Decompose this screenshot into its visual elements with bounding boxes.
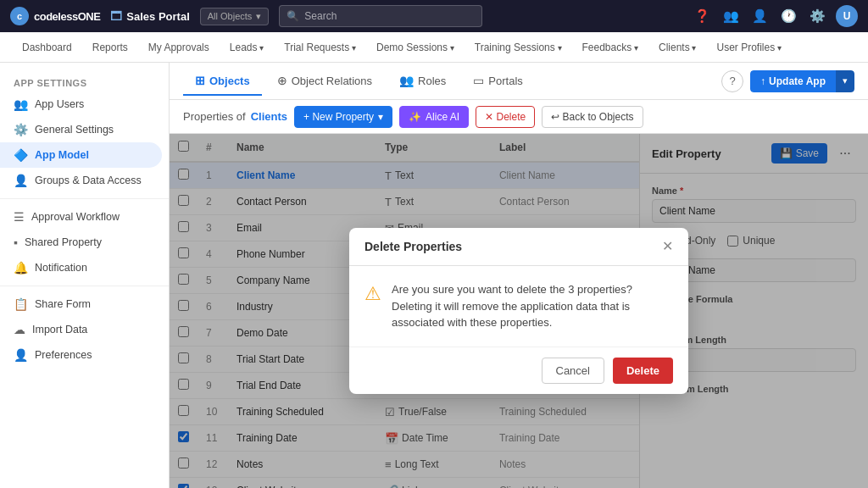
search-placeholder: Search	[304, 10, 337, 22]
sidebar-divider	[0, 198, 169, 199]
sidebar-item-preferences[interactable]: 👤 Preferences	[0, 342, 169, 368]
modal-cancel-button[interactable]: Cancel	[542, 358, 604, 384]
sidebar-item-import-data[interactable]: ☁ Import Data	[0, 317, 169, 342]
sidebar-item-app-model[interactable]: 🔷 App Model	[0, 142, 162, 168]
delete-button[interactable]: ✕ Delete	[476, 106, 535, 128]
sidebar-item-notification[interactable]: 🔔 Notification	[0, 255, 169, 280]
portal-badge[interactable]: 🗔 Sales Portal	[110, 9, 189, 23]
relations-tab-icon: ⊕	[277, 74, 287, 87]
modal-close-button[interactable]: ✕	[662, 240, 673, 253]
subnav-user-profiles[interactable]: User Profiles	[708, 36, 789, 58]
sidebar-item-groups-data[interactable]: 👤 Groups & Data Access	[0, 168, 169, 193]
new-property-button[interactable]: + New Property ▾	[294, 106, 392, 128]
subnav-approvals[interactable]: My Approvals	[140, 36, 218, 58]
sidebar-item-app-users[interactable]: 👥 App Users	[0, 92, 169, 117]
shared-property-icon: ▪	[14, 236, 18, 249]
main-layout: App Settings 👥 App Users ⚙️ General Sett…	[0, 63, 868, 488]
update-app-button[interactable]: ↑ Update App	[750, 70, 836, 92]
content-area: ⊞ Objects ⊕ Object Relations 👥 Roles ▭ P…	[170, 63, 868, 488]
general-settings-icon: ⚙️	[14, 123, 28, 136]
sidebar-item-approval-workflow[interactable]: ☰ Approval Workflow	[0, 204, 169, 230]
subnav-demo-sessions[interactable]: Demo Sessions	[368, 36, 463, 58]
content-body: # Name Type Label 1 Client Name T Text C…	[170, 134, 868, 488]
modal-overlay[interactable]: Delete Properties ✕ ⚠ Are you sure you w…	[170, 134, 868, 488]
back-to-objects-button[interactable]: ↩ Back to Objects	[542, 106, 643, 128]
top-navigation: c codelessONE 🗔 Sales Portal All Objects…	[0, 0, 868, 32]
subnav-leads[interactable]: Leads	[221, 36, 272, 58]
groups-icon: 👤	[14, 174, 28, 187]
sidebar-item-share-form[interactable]: 📋 Share Form	[0, 291, 169, 317]
share-form-icon: 📋	[14, 297, 28, 311]
history-icon[interactable]: 🕐	[778, 6, 798, 26]
approval-icon: ☰	[14, 210, 25, 224]
properties-of-label: Properties of Clients	[183, 110, 287, 123]
modal-body: ⚠ Are you sure you want to delete the 3 …	[349, 266, 688, 347]
objects-tab-icon: ⊞	[195, 74, 205, 87]
sidebar-divider-2	[0, 286, 169, 286]
tab-objects[interactable]: ⊞ Objects	[183, 67, 262, 96]
modal-footer: Cancel Delete	[349, 347, 688, 394]
sidebar-item-shared-property[interactable]: ▪ Shared Property	[0, 230, 169, 255]
portal-icon: 🗔	[110, 9, 122, 23]
settings-icon[interactable]: ⚙️	[807, 6, 827, 26]
roles-tab-icon: 👥	[399, 74, 414, 87]
object-toolbar: Properties of Clients + New Property ▾ ✨…	[170, 100, 868, 134]
logo-text: codelessONE	[34, 10, 100, 23]
preferences-icon: 👤	[14, 348, 28, 362]
subnav-clients[interactable]: Clients	[650, 36, 704, 58]
subnav-dashboard[interactable]: Dashboard	[14, 36, 81, 58]
import-icon: ☁	[14, 323, 25, 336]
sidebar-item-general-settings[interactable]: ⚙️ General Settings	[0, 117, 169, 142]
search-bar[interactable]: 🔍 Search	[279, 5, 482, 27]
sidebar-section-title: App Settings	[0, 73, 169, 92]
portals-tab-icon: ▭	[473, 74, 484, 87]
modal-title: Delete Properties	[364, 240, 462, 253]
avatar[interactable]: U	[836, 5, 858, 27]
help-icon[interactable]: ❓	[692, 6, 712, 26]
modal-header: Delete Properties ✕	[349, 228, 688, 266]
update-app-dropdown[interactable]: ▾	[836, 70, 854, 92]
app-users-icon: 👥	[14, 97, 28, 111]
alice-ai-button[interactable]: ✨ Alice AI	[399, 106, 469, 128]
search-icon: 🔍	[287, 10, 299, 22]
tab-object-relations[interactable]: ⊕ Object Relations	[265, 67, 384, 96]
notification-icon: 🔔	[14, 261, 28, 274]
object-link[interactable]: Clients	[251, 110, 287, 123]
app-model-icon: 🔷	[14, 148, 28, 162]
logo-icon: c	[10, 7, 29, 25]
delete-modal: Delete Properties ✕ ⚠ Are you sure you w…	[349, 228, 688, 394]
portal-name: Sales Portal	[126, 10, 189, 23]
logo-area[interactable]: c codelessONE	[10, 7, 100, 25]
subnav-reports[interactable]: Reports	[84, 36, 136, 58]
modal-message: Are you sure you want to delete the 3 pr…	[392, 281, 673, 331]
subnav-training-sessions[interactable]: Training Sessions	[466, 36, 570, 58]
update-app-icon: ↑	[760, 75, 765, 87]
sidebar: App Settings 👥 App Users ⚙️ General Sett…	[0, 63, 170, 488]
subnav-trial-requests[interactable]: Trial Requests	[275, 36, 364, 58]
tab-actions: ? ↑ Update App ▾	[721, 70, 854, 92]
tab-portals[interactable]: ▭ Portals	[461, 67, 534, 96]
all-objects-dropdown[interactable]: All Objects ▾	[200, 8, 270, 25]
sub-navigation: Dashboard Reports My Approvals Leads Tri…	[0, 32, 868, 63]
tab-help-icon[interactable]: ?	[721, 70, 743, 92]
modal-delete-button[interactable]: Delete	[613, 358, 673, 384]
nav-icons: ❓ 👥 👤 🕐 ⚙️ U	[692, 5, 858, 27]
tab-bar: ⊞ Objects ⊕ Object Relations 👥 Roles ▭ P…	[170, 63, 868, 100]
person-icon[interactable]: 👤	[749, 6, 770, 26]
update-app-button-group[interactable]: ↑ Update App ▾	[750, 70, 854, 92]
warning-icon: ⚠	[364, 283, 381, 305]
users-icon[interactable]: 👥	[721, 6, 741, 26]
subnav-feedbacks[interactable]: Feedbacks	[574, 36, 647, 58]
tab-roles[interactable]: 👥 Roles	[387, 67, 458, 96]
